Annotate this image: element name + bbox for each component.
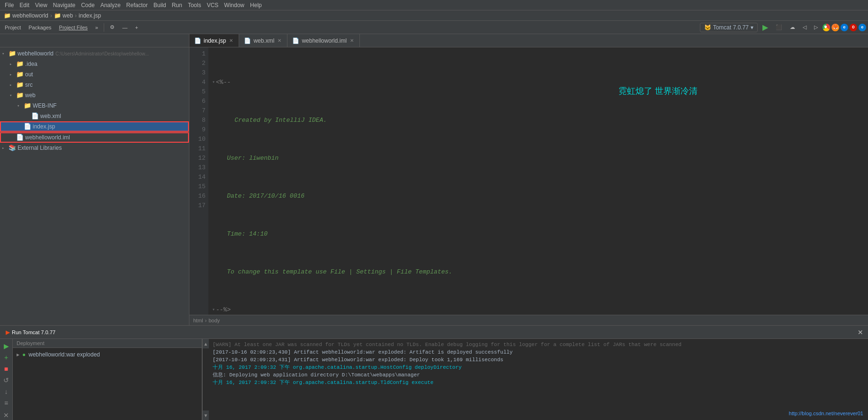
packages-tab-label: Packages [28,25,51,30]
src-folder-icon: 📁 [16,81,24,89]
ln-2: 2 [192,59,206,68]
project-files-tab-label: Project Files [59,25,88,30]
coverage-btn[interactable]: ☁ [787,23,798,31]
tree-idea[interactable]: ▸ 📁 .idea [0,59,189,69]
fold-1[interactable]: ▾ [212,78,215,87]
menu-build[interactable]: Build [151,2,169,9]
menu-file[interactable]: File [2,2,17,9]
output-line-2: [2017-10-16 02:09:23,431] Artifact webhe… [213,356,864,364]
comment-open: <%-- [216,78,231,87]
sync-btn[interactable]: ⚙ [107,23,117,31]
collapse-btn[interactable]: — [119,24,130,31]
deploy-arrow: ▸ [17,351,19,358]
run-output-panel: [WARN] At least one JAR was scanned for … [209,339,868,420]
code-editor[interactable]: 1 2 3 4 5 6 7 8 9 10 11 12 13 14 15 16 1… [189,47,868,315]
close-bottom-panel-btn[interactable]: ✕ [855,328,866,337]
idea-folder-icon: 📁 [16,60,24,68]
run-reload-btn[interactable]: ↺ [1,375,11,385]
more-tabs-btn[interactable]: » [92,24,101,31]
scroll-down-btn[interactable]: ▼ [203,411,209,420]
browser-icons-group: 🦊 e O e [823,24,866,31]
code-content[interactable]: ▾<%-- Created by IntelliJ IDEA. User: li… [208,47,868,315]
run-scroll-btn[interactable]: ↓ [1,386,11,397]
tab-iml[interactable]: 📄 webhelloworld.iml ✕ [287,34,360,47]
forward-btn[interactable]: ▷ [811,23,821,31]
tab-webxml-close[interactable]: ✕ [277,37,282,44]
menu-refactor[interactable]: Refactor [124,2,151,9]
run-button[interactable]: ▶ [760,22,771,33]
run-filter-btn[interactable]: ≡ [1,398,11,408]
menu-vcs[interactable]: VCS [204,2,222,9]
tab-iml-label: webhelloworld.iml [302,37,347,44]
project-icon: 📁 [4,12,11,19]
ln-15: 15 [192,182,206,192]
tree-web[interactable]: ▾ 📁 web [0,90,189,100]
deploy-item-1[interactable]: ▸ ● webhelloworld:war exploded [15,350,200,359]
run-restart-btn[interactable]: ▶ [1,341,11,351]
chrome-icon[interactable] [823,24,830,31]
tab-webxml[interactable]: 📄 web.xml ✕ [239,34,287,47]
tab-indexjsp-close[interactable]: ✕ [228,37,234,44]
webinf-arrow: ▾ [17,103,24,109]
bottom-content: ▶ + ■ ↺ ↓ ≡ ✕ Deployment ▸ ● webhellowor… [0,339,868,420]
tree-webinf[interactable]: ▾ 📁 WEB-INF [0,100,189,111]
tomcat-dropdown[interactable]: 🐱 Tomcat 7.0.77 ▾ [700,23,758,32]
run-close-btn[interactable]: ✕ [1,410,11,420]
menu-analyze[interactable]: Analyze [98,2,124,9]
menu-window[interactable]: Window [221,2,247,9]
run-tab[interactable]: ▶ Run Tomcat 7.0.77 [2,328,59,337]
comment-3: User: liwenbin [212,154,278,163]
ln-5: 5 [192,87,206,97]
title-bar: 📁 webhelloworld › 📁 web › index.jsp [0,10,868,21]
toolbar-sep-1 [104,23,104,32]
code-line-5: Time: 14:10 [212,229,864,239]
output-line-1: [2017-10-16 02:09:23,430] Artifact webhe… [213,348,864,356]
tree-src[interactable]: ▸ 📁 src [0,80,189,90]
tree-webxml[interactable]: 📄 web.xml [0,111,189,121]
scroll-up-btn[interactable]: ▲ [203,339,209,348]
project-tab-label: Project [5,25,21,30]
menu-bar: File Edit View Navigate Code Analyze Ref… [0,0,868,10]
edge-icon[interactable]: e [859,24,866,31]
root-arrow: ▾ [2,51,9,56]
tree-extlibs[interactable]: ▸ 📚 External Libraries [0,143,189,153]
ln-13: 13 [192,163,206,173]
opera-icon[interactable]: O [850,24,857,31]
panel-tabs [0,34,189,47]
expand-btn[interactable]: + [132,24,141,31]
packages-tab-btn[interactable]: Packages [26,24,54,31]
menu-edit[interactable]: Edit [17,2,32,9]
run-add-btn[interactable]: + [1,352,11,363]
tab-indexjsp[interactable]: 📄 index.jsp ✕ [189,34,239,47]
tree-out[interactable]: ▸ 📁 out [0,69,189,80]
web-label2: web [25,92,36,99]
ie-icon[interactable]: e [841,24,848,31]
menu-run[interactable]: Run [169,2,185,9]
menu-navigate[interactable]: Navigate [50,2,78,9]
tree-indexjsp[interactable]: 📄 index.jsp [0,121,189,132]
back-btn[interactable]: ◁ [800,23,809,31]
menu-tools[interactable]: Tools [185,2,204,9]
debug-btn[interactable]: ⬛ [773,23,785,31]
extlibs-icon: 📚 [9,144,16,152]
output-line-4: 信息: Deploying web application directory … [213,371,864,379]
run-stop-btn[interactable]: ■ [1,364,11,374]
menu-help[interactable]: Help [247,2,265,9]
tree-iml[interactable]: 📄 webhelloworld.iml [0,132,189,143]
project-tab-btn[interactable]: Project [2,24,24,31]
fold-7[interactable]: ▾ [212,305,215,315]
tree-root[interactable]: ▾ 📁 webhelloworld C:\Users\Administrator… [0,48,189,59]
project-files-tab-btn[interactable]: Project Files [56,24,91,31]
run-tab-label: Run Tomcat 7.0.77 [12,329,55,335]
tomcat-chevron: ▾ [751,24,753,31]
editor-breadcrumb: html › body [189,315,868,325]
comment-close: --%> [216,305,231,315]
menu-view[interactable]: View [32,2,50,9]
tab-iml-close[interactable]: ✕ [349,37,355,44]
menu-code[interactable]: Code [78,2,98,9]
ln-4: 4 [192,78,206,87]
ln-7: 7 [192,106,206,116]
indexjsp-icon: 📄 [24,123,31,130]
output-line-5: 十月 16, 2017 2:09:32 下午 org.apache.catali… [213,379,864,386]
firefox-icon[interactable]: 🦊 [832,24,839,31]
